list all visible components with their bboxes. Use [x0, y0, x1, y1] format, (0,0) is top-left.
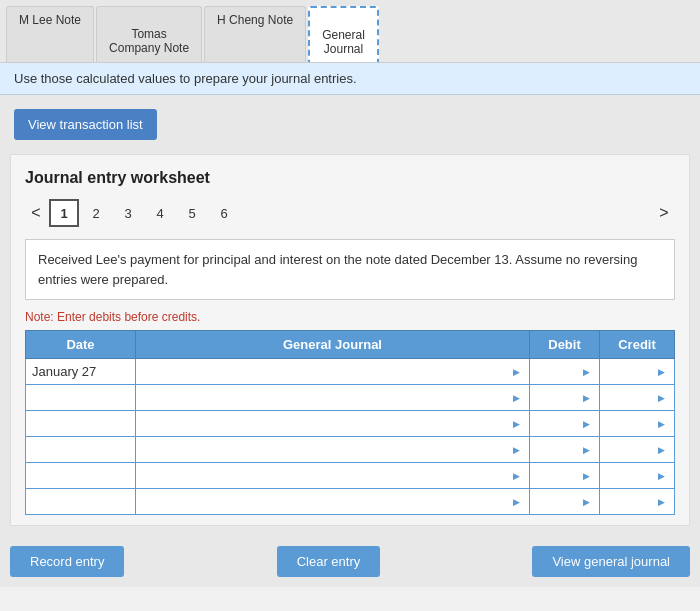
next-page-button[interactable]: >	[653, 199, 675, 227]
worksheet-title: Journal entry worksheet	[25, 169, 675, 187]
credit-input-2[interactable]	[606, 391, 668, 405]
table-row	[26, 411, 675, 437]
date-cell-2	[26, 385, 136, 411]
credit-cell-3[interactable]	[600, 411, 675, 437]
debit-input-3[interactable]	[536, 417, 593, 431]
gj-input-5[interactable]	[142, 469, 523, 483]
credit-cell-4[interactable]	[600, 437, 675, 463]
debit-input-5[interactable]	[536, 469, 593, 483]
page-1-button[interactable]: 1	[49, 199, 79, 227]
date-cell-3	[26, 411, 136, 437]
view-general-journal-button[interactable]: View general journal	[532, 546, 690, 577]
date-cell-5	[26, 463, 136, 489]
record-entry-button[interactable]: Record entry	[10, 546, 124, 577]
description-box: Received Lee's payment for principal and…	[25, 239, 675, 300]
gj-input-4[interactable]	[142, 443, 523, 457]
credit-input-3[interactable]	[606, 417, 668, 431]
journal-table: Date General Journal Debit Credit Januar…	[25, 330, 675, 515]
date-cell-4	[26, 437, 136, 463]
debit-cell-3[interactable]	[530, 411, 600, 437]
gj-cell-2[interactable]	[136, 385, 530, 411]
debit-input-4[interactable]	[536, 443, 593, 457]
credit-input-5[interactable]	[606, 469, 668, 483]
col-header-date: Date	[26, 331, 136, 359]
credit-input-4[interactable]	[606, 443, 668, 457]
gj-cell-5[interactable]	[136, 463, 530, 489]
page-4-button[interactable]: 4	[145, 199, 175, 227]
table-row	[26, 463, 675, 489]
col-header-gj: General Journal	[136, 331, 530, 359]
view-transaction-button[interactable]: View transaction list	[14, 109, 157, 140]
col-header-credit: Credit	[600, 331, 675, 359]
prev-page-button[interactable]: <	[25, 199, 47, 227]
page-3-button[interactable]: 3	[113, 199, 143, 227]
debit-cell-4[interactable]	[530, 437, 600, 463]
info-bar: Use those calculated values to prepare y…	[0, 63, 700, 95]
pagination: < 1 2 3 4 5 6 >	[25, 199, 675, 227]
gj-input-6[interactable]	[142, 495, 523, 509]
debit-cell-6[interactable]	[530, 489, 600, 515]
page-6-button[interactable]: 6	[209, 199, 239, 227]
table-row	[26, 489, 675, 515]
credit-input-1[interactable]	[606, 365, 668, 379]
note-text: Note: Enter debits before credits.	[25, 310, 675, 324]
debit-input-2[interactable]	[536, 391, 593, 405]
tabs-bar: M Lee Note TomasCompany Note H Cheng Not…	[0, 0, 700, 63]
tab-tomas-company-note[interactable]: TomasCompany Note	[96, 6, 202, 62]
debit-cell-1[interactable]	[530, 359, 600, 385]
credit-cell-6[interactable]	[600, 489, 675, 515]
debit-cell-5[interactable]	[530, 463, 600, 489]
table-row	[26, 437, 675, 463]
date-cell-6	[26, 489, 136, 515]
tab-general-journal[interactable]: GeneralJournal	[308, 6, 379, 62]
page-5-button[interactable]: 5	[177, 199, 207, 227]
gj-cell-6[interactable]	[136, 489, 530, 515]
date-cell-1: January 27	[26, 359, 136, 385]
col-header-debit: Debit	[530, 331, 600, 359]
bottom-bar: Record entry Clear entry View general jo…	[0, 536, 700, 577]
tab-m-lee-note[interactable]: M Lee Note	[6, 6, 94, 62]
gj-cell-4[interactable]	[136, 437, 530, 463]
credit-cell-5[interactable]	[600, 463, 675, 489]
credit-cell-1[interactable]	[600, 359, 675, 385]
credit-cell-2[interactable]	[600, 385, 675, 411]
debit-input-6[interactable]	[536, 495, 593, 509]
page-2-button[interactable]: 2	[81, 199, 111, 227]
debit-cell-2[interactable]	[530, 385, 600, 411]
table-row	[26, 385, 675, 411]
worksheet-box: Journal entry worksheet < 1 2 3 4 5 6 > …	[10, 154, 690, 526]
gj-input-2[interactable]	[142, 391, 523, 405]
gj-cell-3[interactable]	[136, 411, 530, 437]
main-content: Journal entry worksheet < 1 2 3 4 5 6 > …	[0, 154, 700, 587]
gj-input-1[interactable]	[142, 365, 523, 379]
tab-h-cheng-note[interactable]: H Cheng Note	[204, 6, 306, 62]
table-row: January 27	[26, 359, 675, 385]
debit-input-1[interactable]	[536, 365, 593, 379]
gj-cell-1[interactable]	[136, 359, 530, 385]
gj-input-3[interactable]	[142, 417, 523, 431]
credit-input-6[interactable]	[606, 495, 668, 509]
clear-entry-button[interactable]: Clear entry	[277, 546, 381, 577]
